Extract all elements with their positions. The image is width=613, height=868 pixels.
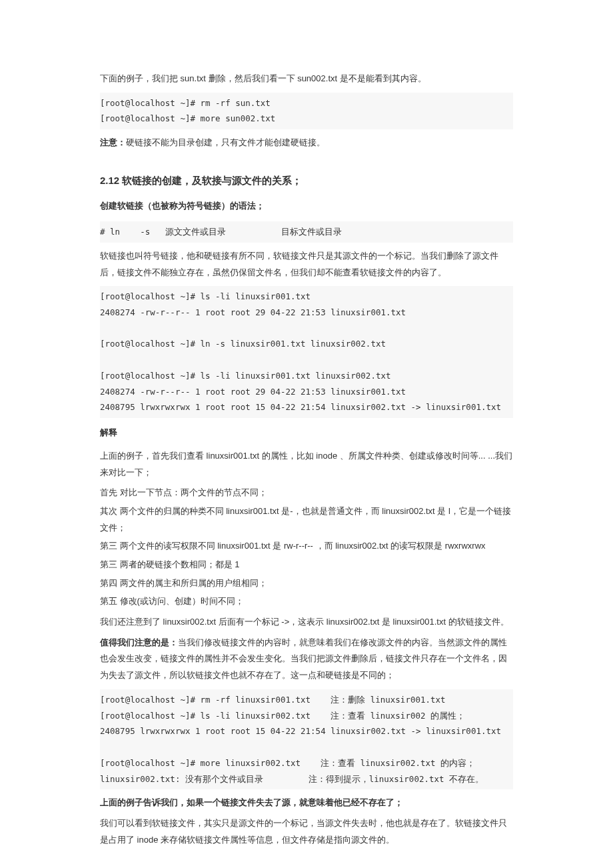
section-heading-212: 2.12 软链接的创建，及软接与源文件的关系； — [100, 171, 513, 191]
code-line: [root@localhost ~]# ln -s linuxsir001.tx… — [100, 336, 513, 352]
arrow-note: 我们还注意到了 linuxsir002.txt 后面有一个标记 ->，这表示 l… — [100, 614, 513, 631]
code-line: [root@localhost ~]# more linuxsir002.txt… — [100, 755, 513, 771]
code-block-2: # ln -s 源文文件或目录 目标文件或目录 — [100, 221, 513, 243]
code-line: 2408795 lrwxrwxrwx 1 root root 15 04-22 … — [100, 723, 513, 739]
softlink-description: 软链接也叫符号链接，他和硬链接有所不同，软链接文件只是其源文件的一个标记。当我们… — [100, 248, 513, 281]
intro-paragraph: 下面的例子，我们把 sun.txt 删除，然后我们看一下 sun002.txt … — [100, 71, 513, 87]
code-block-4: [root@localhost ~]# rm -rf linuxsir001.t… — [100, 689, 513, 790]
code-line: linuxsir002.txt: 没有那个文件或目录 注：得到提示，linuxs… — [100, 771, 513, 787]
code-line: 2408274 -rw-r--r-- 1 root root 29 04-22 … — [100, 305, 513, 321]
compare-item-2: 其次 两个文件的归属的种类不同 linuxsir001.txt 是-，也就是普通… — [100, 503, 513, 536]
code-block-1: [root@localhost ~]# rm -rf sun.txt [root… — [100, 93, 513, 130]
code-line: [root@localhost ~]# ls -li linuxsir001.t… — [100, 368, 513, 384]
subheading-explain: 解释 — [100, 425, 513, 441]
code-line: [root@localhost ~]# rm -rf linuxsir001.t… — [100, 692, 513, 708]
code-block-3: [root@localhost ~]# ls -li linuxsir001.t… — [100, 286, 513, 418]
conclusion-bold: 上面的例子告诉我们，如果一个链接文件失去了源，就意味着他已经不存在了； — [100, 795, 513, 811]
code-line: 2408795 lrwxrwxrwx 1 root root 15 04-22 … — [100, 399, 513, 415]
code-line: # ln -s 源文文件或目录 目标文件或目录 — [100, 224, 513, 240]
note-label: 注意： — [100, 137, 126, 147]
note-paragraph: 注意：硬链接不能为目录创建，只有文件才能创建硬链接。 — [100, 135, 513, 151]
compare-item-6: 第五 修改(或访问、创建）时间不同； — [100, 593, 513, 610]
compare-item-4: 第三 两者的硬链接个数相同；都是 1 — [100, 557, 513, 573]
code-line: [root@localhost ~]# more sun002.txt — [100, 111, 513, 127]
important-note: 值得我们注意的是：当我们修改链接文件的内容时，就意味着我们在修改源文件的内容。当… — [100, 635, 513, 684]
code-line: [root@localhost ~]# ls -li linuxsir001.t… — [100, 289, 513, 305]
explain-paragraph: 上面的例子，首先我们查看 linuxsir001.txt 的属性，比如 inod… — [100, 448, 513, 481]
subheading-syntax: 创建软链接（也被称为符号链接）的语法； — [100, 198, 513, 215]
important-label: 值得我们注意的是： — [100, 637, 178, 647]
compare-item-1: 首先 对比一下节点：两个文件的节点不同； — [100, 485, 513, 501]
code-line — [100, 352, 513, 368]
code-line — [100, 739, 513, 755]
code-line: 2408274 -rw-r--r-- 1 root root 29 04-22 … — [100, 384, 513, 400]
note-text: 硬链接不能为目录创建，只有文件才能创建硬链接。 — [126, 137, 325, 147]
code-line — [100, 321, 513, 337]
compare-item-5: 第四 两文件的属主和所归属的用户组相同； — [100, 575, 513, 592]
final-paragraph: 我们可以看到软链接文件，其实只是源文件的一个标记，当源文件失去时，他也就是存在了… — [100, 815, 513, 848]
code-line: [root@localhost ~]# rm -rf sun.txt — [100, 95, 513, 111]
compare-item-3: 第三 两个文件的读写权限不同 linuxsir001.txt 是 rw-r--r… — [100, 538, 513, 555]
code-line: [root@localhost ~]# ls -li linuxsir002.t… — [100, 708, 513, 724]
